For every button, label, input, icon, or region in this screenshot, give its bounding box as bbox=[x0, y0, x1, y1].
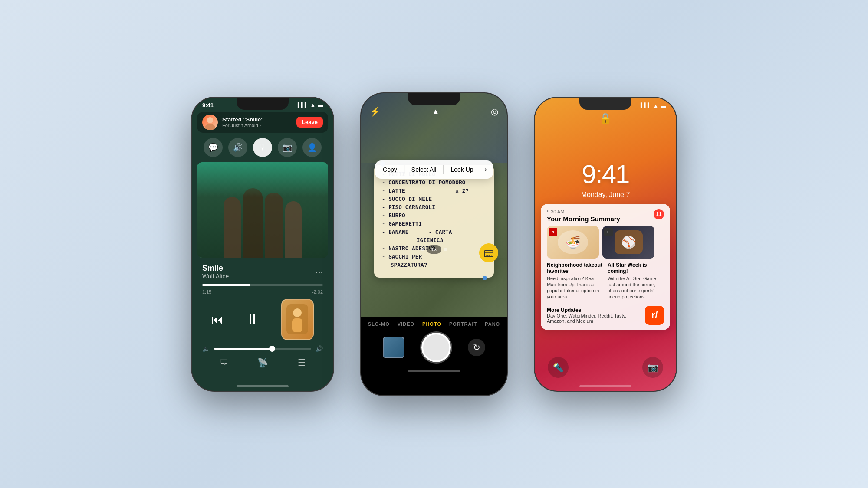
camera-button[interactable]: 📷 bbox=[278, 138, 297, 157]
phone2: ⚡ ▲ ◎ Copy Select All Look Up › bbox=[360, 92, 508, 396]
facetime-title: Started "Smile" bbox=[222, 116, 292, 123]
phone2-notch bbox=[408, 93, 460, 105]
select-all-button[interactable]: Select All bbox=[405, 164, 443, 176]
list-item-6: - BURRO bbox=[382, 213, 486, 219]
svg-rect-3 bbox=[292, 318, 302, 332]
list-item-11: - SACCHI PER bbox=[382, 254, 486, 260]
svg-point-2 bbox=[293, 308, 302, 317]
phone1-notch bbox=[237, 98, 289, 110]
phone1-time: 9:41 bbox=[202, 102, 214, 108]
list-item-2: - CONCENTRATO DI POMODORO bbox=[382, 180, 486, 186]
facetime-pip[interactable] bbox=[281, 299, 314, 340]
flashlight-button[interactable]: 🔦 bbox=[548, 357, 569, 378]
volume-fill bbox=[214, 348, 272, 350]
leave-button[interactable]: Leave bbox=[296, 117, 323, 128]
zoom-dot2 bbox=[444, 248, 447, 251]
more-updates-desc: Day One, WaterMinder, Reddit, Tasty, Ama… bbox=[547, 313, 645, 324]
song-details: Smile Wolf Alice bbox=[202, 264, 229, 280]
volume-bar[interactable] bbox=[214, 348, 311, 350]
camera-options-button[interactable]: ◎ bbox=[491, 106, 498, 117]
rewind-button[interactable]: ⏮ bbox=[211, 312, 224, 327]
time-current: 1:15 bbox=[202, 289, 211, 295]
phone1: 9:41 ▍▍▍ ▲ ▬ Started "Smile" For Ju bbox=[191, 97, 334, 392]
time-remaining: -2:02 bbox=[312, 289, 323, 295]
airplay-button[interactable]: 📡 bbox=[257, 357, 268, 368]
progress-fill bbox=[202, 284, 250, 286]
song-title: Smile bbox=[202, 264, 229, 273]
person-button[interactable]: 👤 bbox=[302, 138, 322, 157]
svg-point-0 bbox=[207, 117, 213, 123]
phone3-wifi-icon: ▲ bbox=[653, 103, 658, 109]
mode-pano[interactable]: PANO bbox=[485, 321, 500, 327]
story1-text: Need inspiration? Kea Mao from Up Thai i… bbox=[547, 275, 603, 300]
chat-button[interactable]: 💬 bbox=[204, 138, 223, 157]
phone3-notch bbox=[579, 98, 631, 110]
camera-up-arrow[interactable]: ▲ bbox=[432, 108, 439, 115]
phone3-signal-icon: ▍▍▍ bbox=[641, 103, 651, 108]
live-scan-badge[interactable]: TEXT bbox=[479, 243, 498, 262]
menu-arrow[interactable]: › bbox=[480, 163, 491, 176]
pause-button[interactable]: ⏸ bbox=[245, 311, 259, 328]
story1-title: Neighborhood takeout favorites bbox=[547, 262, 603, 274]
volume-thumb bbox=[269, 346, 275, 352]
zoom-controls: 1× bbox=[421, 245, 447, 254]
facetime-info: Started "Smile" For Justin Arnold › bbox=[222, 116, 292, 128]
mode-video[interactable]: VIDEO bbox=[398, 321, 414, 327]
volume-max-icon: 🔊 bbox=[316, 345, 323, 352]
list-item-9: IGIENICA bbox=[382, 238, 486, 244]
notif-image2: ⚾ E bbox=[602, 226, 654, 259]
mode-slomo[interactable]: SLO-MO bbox=[368, 321, 390, 327]
playback-controls: ⏮ ⏸ bbox=[192, 295, 333, 344]
home-indicator2 bbox=[408, 370, 460, 372]
facetime-bar: Started "Smile" For Justin Arnold › Leav… bbox=[197, 112, 328, 133]
more-updates-title: More Updates bbox=[547, 307, 645, 313]
mic-button[interactable]: 🎙 bbox=[253, 138, 272, 157]
notif-stories-row: Neighborhood takeout favorites Need insp… bbox=[547, 262, 664, 300]
home-indicator bbox=[237, 385, 289, 387]
camera-bottom-controls: SLO-MO VIDEO PHOTO PORTRAIT PANO ↻ bbox=[361, 317, 507, 395]
copy-button[interactable]: Copy bbox=[377, 164, 403, 176]
speaker-button[interactable]: 🔊 bbox=[228, 138, 247, 157]
camera-mode-row: SLO-MO VIDEO PHOTO PORTRAIT PANO bbox=[361, 317, 507, 331]
svg-point-1 bbox=[205, 124, 215, 130]
notification-card[interactable]: 9:30 AM Your Morning Summary 11 🍜 N bbox=[541, 204, 670, 330]
progress-bar[interactable] bbox=[202, 284, 323, 286]
lock-date: Monday, June 7 bbox=[535, 191, 676, 199]
mode-photo[interactable]: PHOTO bbox=[422, 321, 441, 327]
camera-toolbar-top: ⚡ ▲ ◎ bbox=[361, 106, 507, 117]
phone3: ▍▍▍ ▲ ▬ 🔒 9:41 Monday, June 7 9:30 AM Yo… bbox=[534, 97, 677, 392]
menu-divider1 bbox=[404, 165, 404, 174]
lock-bottom: 🔦 📷 bbox=[535, 353, 676, 382]
lock-icon: 🔒 bbox=[535, 112, 676, 124]
context-menu: Copy Select All Look Up › bbox=[375, 160, 493, 179]
shutter-button[interactable] bbox=[421, 333, 451, 362]
phone2-screen: ⚡ ▲ ◎ Copy Select All Look Up › bbox=[361, 93, 507, 395]
list-item-12: SPAZZATURA? bbox=[382, 262, 486, 269]
control-row: 💬 🔊 🎙 📷 👤 bbox=[192, 134, 333, 160]
list-item-8: - BANANE - CARTA bbox=[382, 229, 486, 236]
lyrics-button[interactable]: 🗨 bbox=[220, 357, 228, 368]
facetime-subtitle: For Justin Arnold › bbox=[222, 123, 292, 128]
more-updates: More Updates Day One, WaterMinder, Reddi… bbox=[547, 302, 664, 325]
bottom-controls: 🗨 📡 ☰ bbox=[192, 354, 333, 371]
facetime-avatar bbox=[202, 115, 218, 130]
battery-icon: ▬ bbox=[318, 102, 323, 108]
song-info: Smile Wolf Alice ··· bbox=[192, 259, 333, 282]
list-item-3: - LATTE x 2? bbox=[382, 188, 486, 194]
list-item-7: - GAMBERETTI bbox=[382, 221, 486, 227]
volume-min-icon: 🔈 bbox=[202, 345, 210, 352]
list-item-4: - SUCCO DI MELE bbox=[382, 197, 486, 203]
queue-button[interactable]: ☰ bbox=[298, 357, 306, 368]
zoom-1x[interactable]: 1× bbox=[427, 245, 441, 254]
mode-portrait[interactable]: PORTRAIT bbox=[449, 321, 477, 327]
photo-thumbnail[interactable] bbox=[383, 337, 404, 358]
look-up-button[interactable]: Look Up bbox=[444, 164, 479, 176]
story2-title: All-Star Week is coming! bbox=[608, 262, 664, 274]
svg-text:TEXT: TEXT bbox=[485, 254, 492, 257]
camera-lock-button[interactable]: 📷 bbox=[642, 357, 663, 378]
more-options-button[interactable]: ··· bbox=[316, 267, 323, 277]
phone3-screen: ▍▍▍ ▲ ▬ 🔒 9:41 Monday, June 7 9:30 AM Yo… bbox=[535, 98, 676, 391]
flash-button[interactable]: ⚡ bbox=[370, 106, 381, 117]
flip-camera-button[interactable]: ↻ bbox=[468, 339, 485, 356]
story2-text: With the All-Star Game just around the c… bbox=[608, 275, 664, 300]
